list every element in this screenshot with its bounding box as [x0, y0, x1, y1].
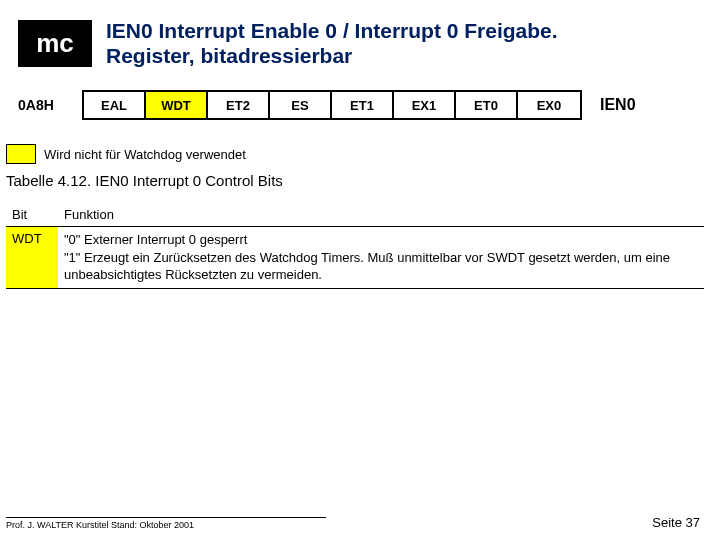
bit-cells: EAL WDT ET2 ES ET1 EX1 ET0 EX0: [82, 90, 582, 120]
register-address: 0A8H: [18, 97, 72, 113]
col-header-func: Funktion: [58, 203, 704, 227]
col-header-bit: Bit: [6, 203, 58, 227]
slide: mc IEN0 Interrupt Enable 0 / Interrupt 0…: [0, 0, 720, 540]
bit-cell: EX1: [394, 92, 456, 118]
register-name: IEN0: [600, 96, 636, 114]
page-title: IEN0 Interrupt Enable 0 / Interrupt 0 Fr…: [106, 18, 558, 68]
legend-swatch: [6, 144, 36, 164]
bit-cell: WDT: [146, 92, 208, 118]
legend-text: Wird nicht für Watchdog verwendet: [44, 147, 246, 162]
bit-cell: EX0: [518, 92, 580, 118]
table-header-row: Bit Funktion: [6, 203, 704, 227]
mc-badge: mc: [18, 20, 92, 67]
register-row: 0A8H EAL WDT ET2 ES ET1 EX1 ET0 EX0 IEN0: [18, 90, 700, 120]
bits-table: Bit Funktion WDT "0" Externer Interrupt …: [6, 203, 704, 289]
table-row: WDT "0" Externer Interrupt 0 gesperrt "1…: [6, 227, 704, 289]
bit-cell: ET1: [332, 92, 394, 118]
bit-cell: EAL: [84, 92, 146, 118]
footer: Prof. J. WALTER Kurstitel Stand: Oktober…: [6, 515, 700, 530]
footer-page: Seite 37: [652, 515, 700, 530]
bit-func-cell: "0" Externer Interrupt 0 gesperrt "1" Er…: [58, 227, 704, 289]
bit-cell: ES: [270, 92, 332, 118]
bit-name-cell: WDT: [6, 227, 58, 289]
footer-left: Prof. J. WALTER Kurstitel Stand: Oktober…: [6, 517, 326, 530]
footer-left-wrap: Prof. J. WALTER Kurstitel Stand: Oktober…: [6, 517, 326, 530]
bit-cell: ET2: [208, 92, 270, 118]
legend: Wird nicht für Watchdog verwendet: [6, 144, 700, 164]
bit-cell: ET0: [456, 92, 518, 118]
header: mc IEN0 Interrupt Enable 0 / Interrupt 0…: [0, 18, 700, 68]
table-title: Tabelle 4.12. IEN0 Interrupt 0 Control B…: [6, 172, 700, 189]
